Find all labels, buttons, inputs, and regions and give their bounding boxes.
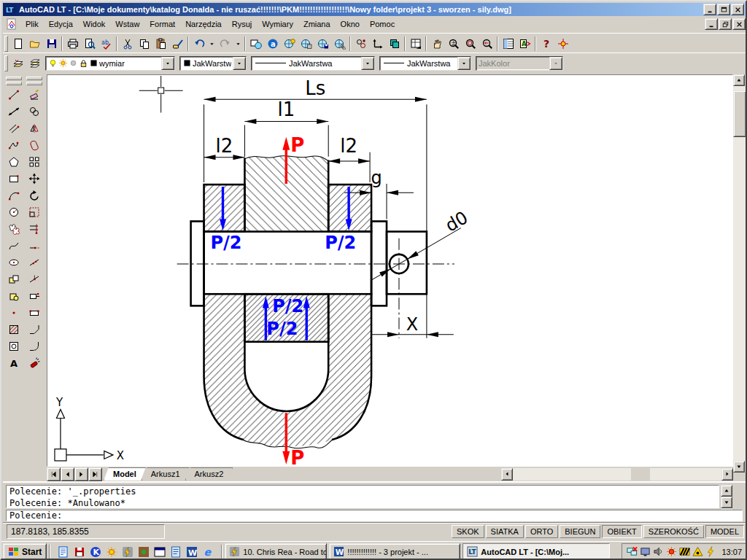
taskbar-task-word[interactable]: W!!!!!!!!!!!!! - 3 projekt - ... <box>329 543 460 560</box>
layer-combo[interactable]: wymiar <box>45 56 175 71</box>
lineweight-dropdown-arrow[interactable] <box>457 57 471 70</box>
toolbar-button-zoom-previous[interactable] <box>479 36 495 52</box>
toolbar-button-zoom-window[interactable] <box>462 36 479 52</box>
toolbar-button-ucs-tool[interactable] <box>369 36 386 52</box>
quicklaunch-window-grey[interactable] <box>152 544 168 560</box>
toolbar-button-open[interactable] <box>26 36 43 52</box>
current-linetype-value[interactable]: JakWarstwa <box>289 59 360 68</box>
lightning-icon[interactable] <box>705 546 716 557</box>
modify-tool-rotate[interactable] <box>26 187 43 203</box>
toolbar-button-new[interactable] <box>9 36 26 52</box>
status-toggle-siatka[interactable]: SIATKA <box>486 525 524 538</box>
command-input[interactable]: Polecenie: <box>6 510 743 521</box>
toolbar-button-paste[interactable] <box>152 36 169 52</box>
draw-tool-multiline[interactable] <box>5 120 23 136</box>
modify-tool-erase[interactable] <box>26 86 43 103</box>
layer-color-swatch[interactable] <box>89 58 98 68</box>
toolbar-button-whats-new[interactable] <box>554 36 571 52</box>
taskbar-task-winamp[interactable]: 10. Chris Rea - Road to ... <box>225 543 327 560</box>
menu-wstaw[interactable]: Wstaw <box>110 18 144 31</box>
vertical-scroll-thumb[interactable] <box>733 90 746 137</box>
modify-tool-fillet[interactable] <box>26 338 43 354</box>
toolbar-button-print[interactable] <box>64 36 81 52</box>
toolbar-button-snap-settings[interactable] <box>352 36 369 52</box>
draw-tool-point[interactable] <box>5 304 23 321</box>
draw-tool-region[interactable] <box>5 338 23 354</box>
crosshair-cursor[interactable] <box>139 76 183 112</box>
hazard-icon[interactable] <box>679 546 690 557</box>
current-lineweight-value[interactable]: JakWarstwa <box>407 59 456 68</box>
modify-tool-move[interactable] <box>26 170 43 187</box>
toolbar-button-undo[interactable] <box>190 36 207 52</box>
quicklaunch-sun[interactable] <box>104 544 120 560</box>
menu-edycja[interactable]: Edycja <box>44 18 78 31</box>
draw-tool-insert-block[interactable] <box>5 271 23 287</box>
draw-tool-polyline[interactable] <box>5 136 23 153</box>
modify-tool-break-at-point[interactable] <box>26 271 43 287</box>
menu-rysuj[interactable]: Rysuj <box>227 18 258 31</box>
tab-prev-button[interactable] <box>61 467 74 481</box>
child-close-button[interactable] <box>732 18 746 30</box>
current-layer-value[interactable]: wymiar <box>99 59 160 68</box>
maximize-button[interactable] <box>717 4 730 15</box>
menu-okno[interactable]: Okno <box>336 18 365 31</box>
start-button[interactable]: Start <box>3 543 47 560</box>
toolbar-grip[interactable] <box>4 55 8 71</box>
draw-tool-rectangle[interactable] <box>5 170 23 187</box>
menu-wymiary[interactable]: Wymiary <box>257 18 298 31</box>
toolbar-button-save[interactable] <box>43 36 60 52</box>
toolbar-button-etransmit[interactable] <box>298 36 314 52</box>
toolbar-button-matchprop[interactable] <box>169 36 186 52</box>
menu-narzędzia[interactable]: Narzędzia <box>180 18 227 31</box>
quicklaunch-ie[interactable]: e <box>200 544 216 560</box>
draw-tool-circle[interactable] <box>5 203 23 220</box>
scroll-left-button[interactable] <box>501 468 513 481</box>
toolbar-button-hyperlink[interactable] <box>331 36 348 52</box>
toolbar-button-layers-dialog[interactable] <box>26 55 43 71</box>
sun-red-icon[interactable] <box>666 546 677 557</box>
layer-on-icon[interactable] <box>48 58 58 68</box>
toolbar-button-redo-drop[interactable] <box>233 36 243 52</box>
tab-first-button[interactable] <box>47 467 61 481</box>
modify-tool-offset[interactable] <box>26 136 43 153</box>
bell-yellow-icon[interactable] <box>692 546 703 557</box>
tab-last-button[interactable] <box>88 467 102 481</box>
menu-zmiana[interactable]: Zmiana <box>298 18 336 31</box>
toolbar-button-layer-match[interactable] <box>386 36 403 52</box>
toolbar-button-save-web[interactable] <box>314 36 331 52</box>
scroll-right-button[interactable] <box>721 468 733 481</box>
modify-tool-copy-object[interactable] <box>26 103 43 120</box>
drawing-canvas[interactable]: Ls l1 l2 l2 g X d0 P P P/2 P/2 P/2 P/2 <box>47 74 733 467</box>
quicklaunch-winamp[interactable] <box>120 544 136 560</box>
draw-tool-revision-cloud[interactable] <box>5 220 23 237</box>
toolbar-button-zoom[interactable]: ± <box>445 36 462 52</box>
command-scroll-down[interactable] <box>721 497 732 508</box>
taskbar-task-autocad[interactable]: LTAutoCAD LT - [C:\Moj... <box>462 543 610 560</box>
toolbar-button-meet-now[interactable] <box>247 36 264 52</box>
tab-arkusz1[interactable]: Arkusz1 <box>142 467 190 481</box>
tab-arkusz2[interactable]: Arkusz2 <box>185 467 233 481</box>
menu-pomoc[interactable]: Pomoc <box>365 18 400 31</box>
child-restore-button[interactable] <box>719 18 732 30</box>
draw-tool-line[interactable] <box>5 86 23 103</box>
command-scrollbar[interactable] <box>721 485 732 510</box>
status-toggle-orto[interactable]: ORTO <box>525 525 558 538</box>
child-minimize-button[interactable] <box>705 18 718 30</box>
layer-freeze-icon[interactable] <box>69 58 78 68</box>
quicklaunch-kazaa[interactable]: K <box>88 544 104 560</box>
tab-model[interactable]: Model <box>104 467 146 481</box>
draw-tool-spline[interactable] <box>5 237 23 254</box>
linetype-dropdown-arrow[interactable] <box>361 57 374 70</box>
status-toggle-biegun[interactable]: BIEGUN <box>560 525 600 538</box>
modify-tool-explode[interactable] <box>26 354 43 371</box>
quicklaunch-floppy-red[interactable] <box>71 544 88 560</box>
color-dropdown-arrow[interactable] <box>233 57 246 70</box>
linetype-combo[interactable]: JakWarstwa <box>251 56 375 71</box>
toolbar-button-undo-drop[interactable] <box>207 36 217 52</box>
draw-tool-construction-line[interactable] <box>5 103 23 120</box>
draw-tool-ellipse[interactable] <box>5 254 23 271</box>
toolbar-button-point-a[interactable]: a <box>264 36 281 52</box>
status-toggle-szerokość[interactable]: SZEROKOŚĆ <box>643 525 704 538</box>
toolbar-button-properties[interactable] <box>500 36 516 52</box>
toolbar-button-make-layer-current[interactable] <box>9 55 26 71</box>
